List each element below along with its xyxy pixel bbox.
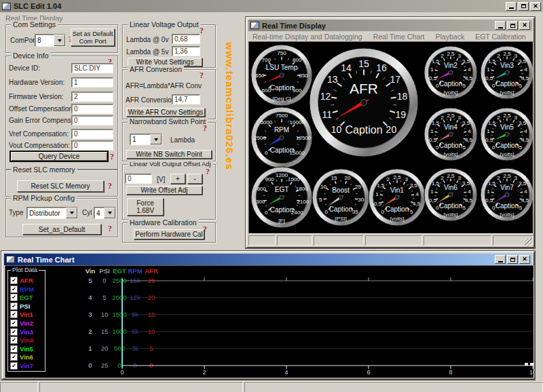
reset-slc-memory-button[interactable]: Reset SLC Memory	[17, 180, 104, 192]
gauge-vin1: 00,511,522,533,544,55Vin1Caption[volts]	[367, 167, 428, 228]
gauge-unit: [volts]	[500, 90, 514, 96]
chart-window: Real Time Chart ✕ Plot Data ✔AFR✔RPM✔EGT…	[1, 251, 535, 380]
write-offset-adj-button[interactable]: Write Offset Adj	[126, 186, 202, 195]
checkbox-psi[interactable]: ✔	[10, 302, 18, 310]
gauge-tick-label: 1500	[288, 176, 300, 182]
gauge-tick-label: 11	[322, 109, 332, 120]
lambda-0v-field[interactable]: 0,68	[172, 34, 200, 44]
checkbox-egt[interactable]: ✔	[10, 294, 18, 301]
axis-value: 1	[88, 345, 92, 352]
gauge-unit: [volts]	[444, 151, 458, 157]
display-minimize-button[interactable]	[495, 21, 506, 30]
perform-hardware-cal-button[interactable]: Perform Hardware Cal	[134, 229, 204, 239]
gauge-tick-label: 5	[519, 144, 522, 151]
display-menu-playback[interactable]: Playback	[436, 33, 465, 41]
chart-minimize-button[interactable]	[495, 255, 506, 264]
afr-conversion-help-icon[interactable]: ?	[200, 71, 204, 81]
gauge-tick-label: 3,5	[519, 58, 527, 64]
gauge-tick-label: 5	[319, 197, 322, 203]
checkbox-vin3[interactable]: ✔	[10, 328, 18, 336]
axis-value: 9k	[132, 311, 138, 318]
afr-conversion-field[interactable]: 14,7	[172, 94, 200, 104]
checkbox-rpm[interactable]: ✔	[10, 286, 18, 293]
cyl-dropdown-button[interactable]	[104, 208, 115, 218]
cyl-dropdown[interactable]: 4	[94, 207, 116, 219]
checkbox-vin5[interactable]: ✔	[10, 345, 18, 353]
gauge-tick-label: 2,5	[447, 173, 455, 179]
device-field-input[interactable]: 2	[71, 92, 113, 102]
gauge-tick-label: 0,5	[485, 197, 493, 203]
axis-value: 15	[148, 311, 155, 318]
reset-memory-help-icon[interactable]: ?	[108, 181, 112, 191]
com-settings-group: Com Settings ComPort: 8 ? Set as Default…	[5, 24, 118, 53]
checkbox-vin1[interactable]: ✔	[10, 311, 18, 318]
rpm-pickup-title: RPM Pickup Config	[11, 194, 77, 202]
device-field-input[interactable]: 0	[71, 129, 113, 139]
axis-header-afr: AFR	[145, 267, 158, 275]
gauge-tick-label: 3,5	[519, 180, 527, 187]
gauge-tick-label: 3,5	[462, 180, 470, 187]
chart-close-button[interactable]: ✕	[519, 255, 530, 264]
set-default-comport-button[interactable]: Set as Default Com Port	[71, 28, 115, 46]
lambda-5v-field[interactable]: 1,36	[172, 46, 200, 56]
narrowband-dropdown-button[interactable]	[150, 134, 162, 144]
gauge-panel: 600650700750800850900LSU TempCaption[Deg…	[248, 41, 533, 234]
display-menu-real-time-display-and-datalogging[interactable]: Real-time Display and Datalogging	[252, 33, 362, 41]
comport-dropdown[interactable]: 8	[35, 34, 66, 47]
display-menu-egt-calibration[interactable]: EGT Calibration	[475, 33, 526, 41]
checkbox-vin4[interactable]: ✔	[10, 336, 18, 344]
gauge-tick-label: 0,5	[429, 137, 437, 143]
display-resize-grip[interactable]	[525, 238, 533, 246]
checkbox-vin6[interactable]: ✔	[10, 353, 18, 361]
force-168v-button[interactable]: Force 1.68V	[127, 198, 164, 216]
device-field-input[interactable]: 1	[71, 77, 113, 87]
gauge-tick-label: 1,5	[432, 180, 440, 187]
close-button[interactable]: ✕	[530, 2, 541, 11]
axis-value: 0	[117, 361, 121, 369]
gauge-tick-label: 13	[327, 74, 338, 85]
gauge-name: LSU Temp	[266, 64, 298, 71]
rpm-pickup-help-icon[interactable]: ?	[108, 224, 112, 234]
query-device-button[interactable]: Query Device	[10, 151, 109, 162]
write-nb-switch-button[interactable]: Write NB Switch Point	[126, 150, 212, 159]
offset-plus-button[interactable]: +	[170, 174, 185, 184]
set-as-default-button[interactable]: Set_as_Default	[22, 224, 101, 235]
gauge-tick-label: 10	[331, 124, 342, 135]
device-field-input[interactable]: 0	[71, 140, 113, 151]
comport-dropdown-button[interactable]	[54, 35, 65, 46]
gauge-tick-label: 4	[468, 189, 471, 195]
axis-value: 0	[149, 361, 153, 369]
offset-adj-field[interactable]: 0	[125, 174, 152, 184]
minimize-button[interactable]	[506, 2, 517, 11]
display-close-button[interactable]: ✕	[519, 21, 530, 30]
narrowband-dropdown[interactable]: 1	[130, 134, 162, 145]
plot-data-row: ✔Vin4	[10, 336, 33, 344]
display-statusbar-panel	[314, 235, 364, 246]
axis-value: 20	[148, 294, 155, 301]
device-field-input[interactable]: SLC DIY	[71, 63, 113, 73]
display-maximize-button[interactable]	[507, 21, 518, 30]
pickup-type-dropdown-button[interactable]	[66, 208, 77, 218]
checkbox-vin7[interactable]: ✔	[10, 362, 18, 370]
query-device-help-icon[interactable]: ?	[110, 152, 114, 162]
device-field-input[interactable]: 0	[71, 115, 113, 125]
write-afr-conv-button[interactable]: Write AFR Conv Settings	[126, 108, 205, 117]
maximize-button[interactable]	[518, 2, 529, 11]
checkbox-afr[interactable]: ✔	[10, 277, 18, 284]
narrowband-group: Narrowband Switch Point ? 1 Lambda Write…	[122, 122, 216, 161]
checkbox-vin2[interactable]: ✔	[10, 319, 18, 327]
pickup-type-dropdown[interactable]: Distributor	[26, 207, 78, 219]
gauge-tick-label: 3	[514, 175, 517, 181]
device-field-input[interactable]: 0	[71, 104, 113, 114]
display-menu-real-time-chart[interactable]: Real Time Chart	[373, 33, 425, 41]
gauge-caption: Caption	[495, 202, 519, 210]
gauge-vin5: 00,511,522,533,544,55Vin5Caption[volts]	[479, 106, 533, 163]
gauge-afr: 1011121314151617181920AFRCaption	[307, 46, 420, 159]
offset-minus-button[interactable]: -	[187, 174, 202, 184]
offset-adj-help-icon[interactable]: ?	[206, 167, 210, 177]
narrowband-help-icon[interactable]: ?	[203, 123, 207, 134]
device-field-label: Offset Compensation:	[9, 105, 75, 113]
comport-value: 8	[35, 37, 54, 44]
chart-maximize-button[interactable]	[507, 255, 518, 264]
gauge-tick-label: 0,5	[429, 197, 437, 203]
